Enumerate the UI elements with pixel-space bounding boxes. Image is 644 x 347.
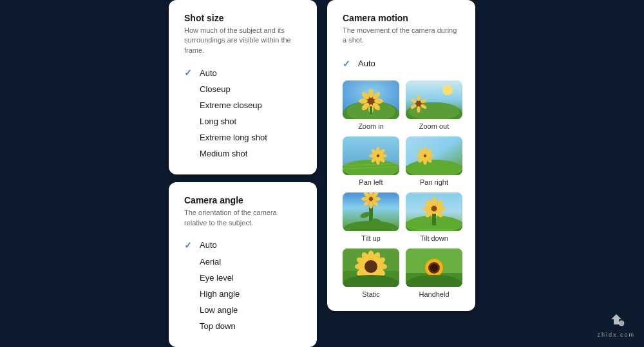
motion-label: Handheld [419, 290, 449, 298]
svg-point-100 [619, 321, 624, 326]
shot-size-subtitle: How much of the subject and its surround… [184, 26, 301, 55]
motion-tilt-up[interactable]: Tilt up [343, 192, 399, 242]
motion-label: Zoom out [419, 122, 449, 130]
camera-angle-subtitle: The orientation of the camera relative t… [184, 208, 301, 228]
check-icon: ✓ [184, 68, 194, 78]
shot-size-extreme-long[interactable]: Extreme long shot [184, 129, 301, 145]
svg-point-18 [417, 95, 421, 101]
camera-angle-aerial[interactable]: Aerial [184, 254, 301, 270]
shot-size-title: Shot size [184, 13, 301, 23]
shot-size-long-shot[interactable]: Long shot [184, 113, 301, 129]
svg-rect-76 [432, 214, 436, 225]
motion-label: Static [362, 290, 380, 298]
svg-rect-12 [370, 106, 372, 114]
svg-point-21 [417, 106, 421, 113]
main-container: Shot size How much of the subject and it… [169, 0, 475, 347]
motion-label: Tilt up [361, 234, 381, 242]
camera-angle-top-down[interactable]: Top down [184, 318, 301, 334]
camera-angle-auto[interactable]: ✓ Auto [184, 237, 301, 254]
shot-size-extreme-closeup[interactable]: Extreme closeup [184, 97, 301, 113]
motion-handheld[interactable]: Handheld [406, 249, 462, 298]
watermark-domain: zhidx.com [597, 332, 635, 338]
check-icon: ✓ [343, 59, 353, 69]
motion-label: Tilt down [420, 234, 448, 242]
shot-size-closeup[interactable]: Closeup [184, 81, 301, 97]
camera-motion-title: Camera motion [343, 13, 460, 23]
svg-point-98 [430, 264, 438, 272]
camera-angle-high[interactable]: High angle [184, 286, 301, 302]
svg-point-92 [365, 260, 377, 273]
motion-pan-left[interactable]: Pan left [343, 136, 399, 186]
left-panels: Shot size How much of the subject and it… [169, 0, 317, 347]
motion-tilt-down[interactable]: Tilt down [406, 192, 462, 242]
shot-size-medium[interactable]: Medium shot [184, 145, 301, 162]
motion-zoom-in[interactable]: Zoom in [343, 80, 399, 130]
motion-label: Pan right [420, 178, 448, 186]
motion-zoom-out[interactable]: Zoom out [406, 80, 462, 130]
watermark-logo [607, 313, 625, 330]
shot-size-auto[interactable]: ✓ Auto [184, 64, 301, 81]
svg-point-4 [368, 89, 374, 98]
motion-label: Zoom in [358, 122, 384, 130]
camera-motion-auto[interactable]: ✓ Auto [343, 55, 460, 73]
camera-angle-eye-level[interactable]: Eye level [184, 270, 301, 286]
motion-pan-right[interactable]: Pan right [406, 136, 462, 186]
motion-static[interactable]: Static [343, 249, 399, 298]
camera-motion-subtitle: The movement of the camera during a shot… [343, 26, 460, 46]
svg-point-6 [374, 98, 383, 104]
camera-angle-title: Camera angle [184, 195, 301, 205]
shot-size-panel: Shot size How much of the subject and it… [169, 0, 317, 174]
camera-angle-panel: Camera angle The orientation of the came… [169, 182, 317, 347]
motion-grid: Zoom in [343, 80, 460, 298]
svg-point-10 [359, 98, 368, 104]
check-icon: ✓ [184, 240, 194, 250]
camera-motion-panel: Camera motion The movement of the camera… [327, 0, 475, 311]
watermark: zhidx.com [597, 313, 635, 338]
svg-point-14 [442, 85, 453, 95]
camera-angle-low[interactable]: Low angle [184, 302, 301, 318]
motion-label: Pan left [359, 178, 383, 186]
